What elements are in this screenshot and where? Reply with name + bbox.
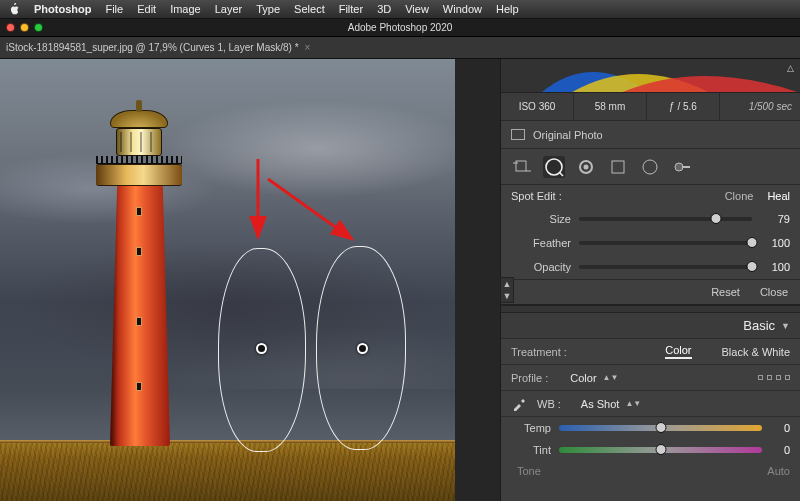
mac-menubar[interactable]: Photoshop File Edit Image Layer Type Sel… — [0, 0, 800, 19]
spot-edit-header: Spot Edit : Clone Heal — [501, 185, 800, 207]
menu-help[interactable]: Help — [496, 3, 519, 15]
menu-image[interactable]: Image — [170, 3, 201, 15]
spot-size-value: 79 — [760, 213, 790, 225]
updown-caret-icon: ▲▼ — [625, 399, 641, 408]
menu-view[interactable]: View — [405, 3, 429, 15]
spot-feather-label: Feather — [511, 237, 571, 249]
svg-point-10 — [643, 160, 657, 174]
document-tab[interactable]: iStock-181894581_super.jpg @ 17,9% (Curv… — [6, 42, 310, 53]
exif-iso: ISO 360 — [501, 93, 574, 120]
treatment-row: Treatment : Color Black & White — [501, 339, 800, 365]
window-title: Adobe Photoshop 2020 — [348, 22, 453, 33]
tint-track[interactable] — [559, 447, 762, 453]
temp-slider[interactable]: Temp 0 — [501, 417, 800, 439]
histogram[interactable]: △ — [501, 59, 800, 93]
menu-layer[interactable]: Layer — [215, 3, 243, 15]
temp-value: 0 — [770, 422, 790, 434]
treatment-label: Treatment : — [511, 346, 567, 358]
clipping-warning-icon[interactable]: △ — [787, 63, 794, 73]
wb-row: WB : As Shot ▲▼ — [501, 391, 800, 417]
treatment-bw[interactable]: Black & White — [722, 346, 790, 358]
spot-size-label: Size — [511, 213, 571, 225]
profile-row: Profile : Color ▲▼ — [501, 365, 800, 391]
spot-mode-clone[interactable]: Clone — [725, 190, 754, 202]
basic-panel-header[interactable]: Basic ▼ — [501, 313, 800, 339]
close-button[interactable]: Close — [760, 286, 788, 298]
menu-app[interactable]: Photoshop — [34, 3, 91, 15]
tone-label: Tone — [511, 465, 541, 477]
spot-target-pin[interactable] — [357, 343, 368, 354]
tint-value: 0 — [770, 444, 790, 456]
menu-window[interactable]: Window — [443, 3, 482, 15]
svg-point-8 — [584, 164, 589, 169]
spot-opacity-slider[interactable]: Opacity 100 — [501, 255, 800, 279]
temp-label: Temp — [511, 422, 551, 434]
eyedropper-icon[interactable] — [511, 396, 527, 412]
profile-value: Color — [570, 372, 596, 384]
spot-opacity-value: 100 — [760, 261, 790, 273]
traffic-lights[interactable] — [6, 23, 43, 32]
exif-aperture: ƒ / 5.6 — [647, 93, 720, 120]
profile-label: Profile : — [511, 372, 548, 384]
spot-feather-slider[interactable]: Feather 100 — [501, 231, 800, 255]
spot-feather-value: 100 — [760, 237, 790, 249]
zoom-window-icon[interactable] — [34, 23, 43, 32]
wb-label: WB : — [537, 398, 561, 410]
canvas-area[interactable] — [0, 59, 500, 501]
exif-shutter: 1/500 sec — [720, 93, 800, 120]
disclosure-triangle-icon[interactable]: ▼ — [781, 321, 790, 331]
wb-value: As Shot — [581, 398, 620, 410]
profile-select[interactable]: Color ▲▼ — [570, 372, 618, 384]
apple-icon[interactable] — [8, 3, 20, 15]
reset-button[interactable]: Reset — [711, 286, 740, 298]
svg-rect-9 — [612, 161, 624, 173]
spot-source-pin[interactable] — [256, 343, 267, 354]
menu-file[interactable]: File — [105, 3, 123, 15]
panel-divider — [501, 305, 800, 313]
panel-switch-strip[interactable]: ▲ ▼ — [500, 277, 514, 303]
spot-edit-title: Spot Edit : — [511, 190, 562, 202]
updown-caret-icon: ▲▼ — [603, 373, 619, 382]
panel-switch-down-icon[interactable]: ▼ — [503, 291, 512, 301]
svg-point-11 — [675, 163, 683, 171]
local-tools-row — [501, 149, 800, 185]
develop-panel: △ ISO 360 58 mm ƒ / 5.6 1/500 sec Origin… — [500, 59, 800, 501]
spot-action-row: Reset Close — [501, 279, 800, 305]
brush-tool-icon[interactable] — [671, 156, 693, 178]
menu-select[interactable]: Select — [294, 3, 325, 15]
spot-size-slider[interactable]: Size 79 — [501, 207, 800, 231]
menu-3d[interactable]: 3D — [377, 3, 391, 15]
document-tabbar[interactable]: iStock-181894581_super.jpg @ 17,9% (Curv… — [0, 37, 800, 59]
photo-lighthouse — [100, 106, 178, 446]
original-photo-toggle[interactable]: Original Photo — [501, 121, 800, 149]
original-photo-label: Original Photo — [533, 129, 603, 141]
spot-opacity-track[interactable] — [579, 265, 752, 269]
radial-tool-icon[interactable] — [639, 156, 661, 178]
radial-filter-tool-icon[interactable] — [575, 156, 597, 178]
document-canvas[interactable] — [0, 59, 455, 501]
document-tab-label: iStock-181894581_super.jpg @ 17,9% (Curv… — [6, 42, 299, 53]
spot-size-track[interactable] — [579, 217, 752, 221]
menu-type[interactable]: Type — [256, 3, 280, 15]
menu-edit[interactable]: Edit — [137, 3, 156, 15]
wb-select[interactable]: As Shot ▲▼ — [581, 398, 641, 410]
panel-switch-up-icon[interactable]: ▲ — [503, 279, 512, 289]
tint-slider[interactable]: Tint 0 — [501, 439, 800, 461]
original-photo-icon — [511, 129, 525, 140]
auto-button[interactable]: Auto — [767, 465, 790, 477]
profile-browser-icon[interactable] — [758, 375, 790, 380]
spot-mode-heal[interactable]: Heal — [767, 190, 790, 202]
spot-removal-tool-icon[interactable] — [543, 156, 565, 178]
treatment-color[interactable]: Color — [665, 344, 691, 359]
basic-footer: Tone Auto — [501, 461, 800, 481]
close-tab-icon[interactable]: × — [305, 42, 311, 53]
temp-track[interactable] — [559, 425, 762, 431]
exif-focal: 58 mm — [574, 93, 647, 120]
graduated-filter-tool-icon[interactable] — [607, 156, 629, 178]
window-titlebar: Adobe Photoshop 2020 — [0, 19, 800, 37]
close-window-icon[interactable] — [6, 23, 15, 32]
menu-filter[interactable]: Filter — [339, 3, 363, 15]
minimize-window-icon[interactable] — [20, 23, 29, 32]
spot-feather-track[interactable] — [579, 241, 752, 245]
crop-tool-icon[interactable] — [511, 156, 533, 178]
